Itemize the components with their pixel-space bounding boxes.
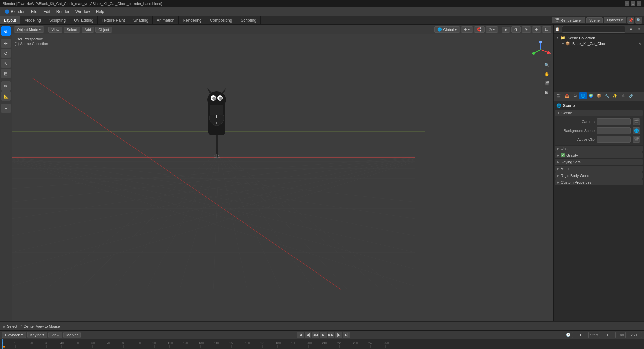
scale-tool[interactable]: ⤡ bbox=[1, 59, 11, 68]
prev-frame-button[interactable]: ◀◀ bbox=[312, 332, 319, 338]
maximize-button[interactable]: □ bbox=[631, 1, 635, 6]
camera-input[interactable] bbox=[597, 118, 631, 125]
tab-modeling[interactable]: Modeling bbox=[20, 16, 45, 24]
next-keyframe-button[interactable]: |▶ bbox=[335, 332, 342, 338]
prop-tab-constraints[interactable]: 🔗 bbox=[628, 92, 635, 99]
prop-tab-scene[interactable]: 🌐 bbox=[579, 92, 587, 99]
tab-animation[interactable]: Animation bbox=[153, 16, 179, 24]
camera-picker-icon[interactable]: 🎬 bbox=[633, 118, 640, 125]
timeline-ruler[interactable]: 1 10 20 30 40 50 60 bbox=[0, 339, 644, 349]
outliner-search[interactable] bbox=[562, 26, 625, 33]
select-menu[interactable]: Select bbox=[64, 27, 80, 33]
custom-properties-label: Custom Properties bbox=[561, 180, 591, 184]
outliner-black-kit-cat-clock[interactable]: ▶ 📦 Black_Kit_Cat_Clock V bbox=[555, 41, 643, 46]
next-frame-button[interactable]: ▶▶ bbox=[328, 332, 334, 338]
gravity-checkbox[interactable]: ✓ bbox=[561, 153, 565, 157]
minimize-button[interactable]: − bbox=[625, 1, 629, 6]
tab-shading[interactable]: Shading bbox=[129, 16, 153, 24]
prop-tab-physics[interactable]: ⚛ bbox=[620, 92, 627, 99]
viewport-shading-solid[interactable]: ● bbox=[502, 27, 510, 33]
outliner-options-button[interactable]: ⚙ bbox=[635, 26, 643, 33]
prop-tab-output[interactable]: 📤 bbox=[563, 92, 571, 99]
mode-selector[interactable]: Object Mode ▾ bbox=[14, 26, 44, 33]
window-controls[interactable]: − □ × bbox=[625, 1, 641, 6]
rotate-tool[interactable]: ↺ bbox=[1, 49, 11, 58]
measure-tool[interactable]: 📐 bbox=[1, 91, 11, 101]
tab-texture-paint[interactable]: Texture Paint bbox=[98, 16, 129, 24]
playback-menu[interactable]: Playback ▾ bbox=[2, 332, 26, 338]
tab-sculpting[interactable]: Sculpting bbox=[45, 16, 70, 24]
tab-rendering[interactable]: Rendering bbox=[179, 16, 206, 24]
keying-menu[interactable]: Keying ▾ bbox=[27, 332, 48, 338]
tab-layout[interactable]: Layout bbox=[0, 16, 20, 24]
audio-section-header[interactable]: ▶ Audio bbox=[555, 166, 643, 172]
jump-start-button[interactable]: |◀ bbox=[297, 332, 304, 338]
current-frame-input[interactable] bbox=[572, 332, 589, 338]
move-tool[interactable]: ✛ bbox=[1, 39, 11, 48]
top-view-button[interactable]: ⊞ bbox=[543, 88, 551, 96]
object-menu[interactable]: Object bbox=[95, 27, 112, 33]
transform-tool[interactable]: ⊞ bbox=[1, 69, 11, 78]
play-button[interactable]: ▶ bbox=[320, 332, 327, 338]
snap-toggle[interactable]: 🧲 bbox=[474, 26, 485, 33]
camera-view-button[interactable]: 🎬 bbox=[543, 79, 551, 87]
scene-selector[interactable]: Scene bbox=[586, 17, 603, 23]
tab-add[interactable]: + bbox=[261, 16, 271, 24]
add-menu[interactable]: Add bbox=[82, 27, 94, 33]
prop-tab-object[interactable]: 📦 bbox=[595, 92, 603, 99]
prop-tab-particles[interactable]: ✨ bbox=[611, 92, 619, 99]
prop-tab-view-layer[interactable]: 🗂 bbox=[571, 92, 579, 99]
menu-file[interactable]: File bbox=[28, 9, 40, 15]
tab-scripting[interactable]: Scripting bbox=[236, 16, 261, 24]
active-clip-input[interactable] bbox=[597, 136, 631, 143]
end-frame-input[interactable] bbox=[625, 332, 642, 338]
menu-window[interactable]: Window bbox=[73, 9, 93, 15]
outliner-filter-button[interactable]: ▼ bbox=[627, 26, 635, 33]
cursor-tool[interactable]: ⊕ bbox=[1, 26, 11, 36]
view-layer-options[interactable]: Options ▾ bbox=[604, 17, 626, 23]
pin-button[interactable]: 📌 bbox=[627, 17, 634, 24]
prop-tab-world[interactable]: 🌍 bbox=[587, 92, 595, 99]
pan-button[interactable]: ✋ bbox=[543, 70, 551, 78]
view-menu[interactable]: View bbox=[48, 27, 62, 33]
gravity-section-header[interactable]: ▶ ✓ Gravity bbox=[555, 152, 643, 158]
units-section-header[interactable]: ▶ Units bbox=[555, 146, 643, 152]
menu-blender[interactable]: 🔵 Blender bbox=[2, 9, 28, 15]
transform-global[interactable]: 🌐 Global ▾ bbox=[434, 26, 460, 33]
menu-edit[interactable]: Edit bbox=[41, 9, 53, 15]
viewport-shading-rendered[interactable]: ☀ bbox=[522, 26, 531, 33]
pivot-selector[interactable]: ⊙ ▾ bbox=[461, 26, 473, 33]
start-frame-input[interactable] bbox=[599, 332, 616, 338]
active-clip-picker-icon[interactable]: 🎬 bbox=[633, 136, 640, 143]
prev-keyframe-button[interactable]: ◀| bbox=[305, 332, 311, 338]
annotate-tool[interactable]: ✏ bbox=[1, 81, 11, 91]
viewport-xray[interactable]: ☐ bbox=[542, 26, 551, 33]
close-button[interactable]: × bbox=[637, 1, 641, 6]
background-scene-picker-icon[interactable]: 🌐 bbox=[633, 127, 640, 134]
rigid-body-world-header[interactable]: ▶ Rigid Body World bbox=[555, 172, 643, 179]
background-scene-input[interactable] bbox=[597, 127, 631, 134]
keying-sets-header[interactable]: ▶ Keying Sets bbox=[555, 159, 643, 165]
prop-tab-render[interactable]: 🎬 bbox=[555, 92, 562, 99]
menu-render[interactable]: Render bbox=[54, 9, 72, 15]
proportional-editing[interactable]: ◎ ▾ bbox=[486, 26, 498, 33]
render-engine-selector[interactable]: 🎬 RenderLayer bbox=[552, 17, 585, 23]
viewport-overlays[interactable]: ⊙ bbox=[532, 26, 541, 33]
jump-end-button[interactable]: ▶| bbox=[343, 332, 350, 338]
prop-tab-modifier[interactable]: 🔧 bbox=[603, 92, 611, 99]
playback-label: Playback bbox=[5, 333, 20, 337]
viewport[interactable]: User Perspective (1) Scene Collection bbox=[12, 34, 553, 321]
custom-properties-header[interactable]: ▶ Custom Properties bbox=[555, 179, 643, 185]
tab-uv-editing[interactable]: UV Editing bbox=[70, 16, 98, 24]
zoom-in-button[interactable]: 🔍 bbox=[543, 61, 551, 69]
menu-help[interactable]: Help bbox=[93, 9, 107, 15]
viewport-shading-material[interactable]: ◑ bbox=[511, 26, 521, 33]
tab-compositing[interactable]: Compositing bbox=[206, 16, 237, 24]
scene-section-header[interactable]: ▼ Scene bbox=[555, 110, 643, 116]
view-menu-timeline[interactable]: View bbox=[48, 332, 62, 338]
outliner-scene-collection[interactable]: ▼ 📁 Scene Collection bbox=[555, 35, 643, 41]
marker-menu[interactable]: Marker bbox=[63, 332, 81, 338]
orientation-gizmo[interactable]: Z X Y bbox=[531, 40, 551, 60]
add-object-tool[interactable]: + bbox=[1, 104, 11, 113]
search-button-header[interactable]: 🔍 bbox=[635, 17, 642, 24]
